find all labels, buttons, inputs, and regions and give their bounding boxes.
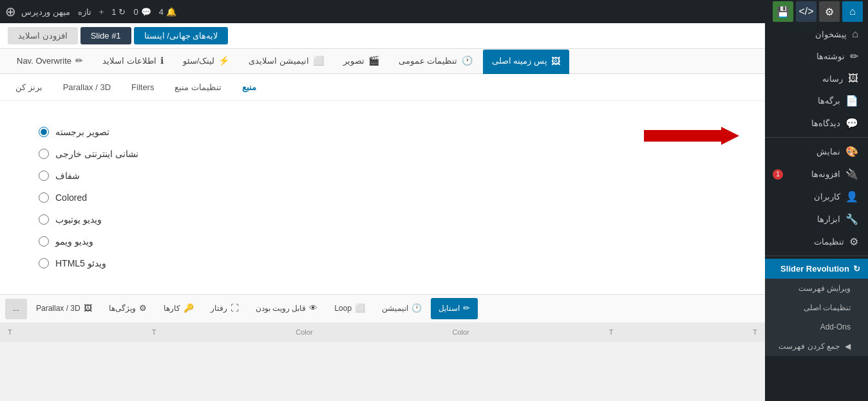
bottom-tab-behavior[interactable]: ⛶ رفتار xyxy=(203,298,247,319)
tiny-strip: T T Color Color T T xyxy=(0,322,765,342)
tools-icon: 🔧 xyxy=(845,213,858,225)
code-icon[interactable]: </> xyxy=(796,1,816,22)
home-icon[interactable]: ⌂ xyxy=(842,1,863,22)
posts-icon: ✏ xyxy=(850,50,858,62)
sidebar-item-media[interactable]: 🖼 رسانه xyxy=(765,68,868,89)
updates-notif[interactable]: 1 ↻ xyxy=(111,7,126,17)
actions-icon: 🔑 xyxy=(184,303,194,313)
sidebar-item-main-settings[interactable]: تنظیمات اصلی xyxy=(765,298,868,317)
sidebar-item-collapse[interactable]: ◀ جمع کردن فهرست xyxy=(765,337,868,356)
tab-slide-animation[interactable]: ⬜ انیمیشن اسلایدی xyxy=(240,49,333,73)
youtube-radio[interactable] xyxy=(39,214,49,225)
bottom-tab-animation[interactable]: 🕐 انیمیشن xyxy=(374,298,429,319)
inner-tab-source[interactable]: منبع xyxy=(234,79,264,95)
tab-slide-info[interactable]: ℹ اطلاعات اسلاید xyxy=(93,49,173,73)
revolution-label: Slider Revolution xyxy=(780,264,849,274)
settings-sidebar-icon: ⚙ xyxy=(849,236,858,248)
inner-tab-filters[interactable]: Filters xyxy=(124,79,162,95)
inner-tab-source-settings[interactable]: تنظیمات منبع xyxy=(167,79,229,95)
radio-option-html5[interactable]: ویدئو HTML5 xyxy=(39,258,106,268)
sidebar-item-posts[interactable]: ✏ نوشته‌ها xyxy=(765,45,868,68)
settings-icon[interactable]: ⚙ xyxy=(819,1,840,22)
wp-logo[interactable]: ⊕ xyxy=(5,4,16,19)
main-wrapper: ⌂ پیشخوان ✏ نوشته‌ها 🖼 رسانه 📄 برگه‌ها 💬… xyxy=(0,23,868,401)
addons-label: Add-Ons xyxy=(820,322,851,331)
transparent-label: شفاف xyxy=(55,171,80,181)
external-url-label: نشانی اینترنتی خارجی xyxy=(55,149,138,159)
updates-icon: ↻ xyxy=(118,7,126,17)
radio-option-vimeo[interactable]: ویدیو ویمو xyxy=(39,236,93,247)
inner-tab-burnish[interactable]: برنز کن xyxy=(8,79,50,95)
tab-slide-number[interactable]: Slide #1 xyxy=(80,27,131,44)
external-url-radio[interactable] xyxy=(39,149,49,159)
comments-notif[interactable]: 0 💬 xyxy=(133,7,151,17)
strip-label-2: T xyxy=(609,328,614,336)
tab-nav-overwrite[interactable]: ✏ Nav. Overwrite xyxy=(8,49,92,73)
tab-add-slide[interactable]: افزودن اسلاید xyxy=(8,27,78,44)
radio-option-external-url[interactable]: نشانی اینترنتی خارجی xyxy=(39,149,138,159)
bottom-tab-more[interactable]: ... xyxy=(5,299,27,319)
sidebar-item-settings[interactable]: ⚙ تنظیمات xyxy=(765,230,868,253)
sidebar-item-pages[interactable]: 📄 برگه‌ها xyxy=(765,89,868,112)
tab-link-seo[interactable]: ⚡ لینک/سئو xyxy=(174,49,239,73)
radio-option-featured-image[interactable]: تصویر برجسته xyxy=(39,127,109,137)
bottom-tab-parallax[interactable]: 🖼 Parallax / 3D xyxy=(28,298,100,319)
strip-label-3: Color xyxy=(452,328,469,336)
tab-general-settings[interactable]: 🕐 تنظیمات عمومی xyxy=(390,49,482,73)
admin-bar: ⌂ ⚙ </> 💾 میهن وردپرس تازه + 1 ↻ 0 💬 4 🔔… xyxy=(0,0,868,23)
sidebar-item-tools[interactable]: 🔧 ابزارها xyxy=(765,208,868,230)
site-name[interactable]: میهن وردپرس xyxy=(21,7,70,17)
save-icon[interactable]: 💾 xyxy=(773,1,793,22)
strip-label-6: T xyxy=(8,328,12,336)
collapse-icon: ◀ xyxy=(845,342,851,351)
bottom-tab-attributes[interactable]: ⚙ ویژگی‌ها xyxy=(101,298,155,319)
radio-option-colored[interactable]: Colored xyxy=(39,192,87,203)
bottom-tab-visibility[interactable]: 👁 قابل رویت بودن xyxy=(248,298,326,319)
users-icon: 👤 xyxy=(845,191,858,203)
sidebar-item-appearance[interactable]: 🎨 نمایش xyxy=(765,140,868,163)
sidebar-item-addons[interactable]: Add-Ons xyxy=(765,317,868,337)
bottom-tab-style[interactable]: ✏ استایل xyxy=(431,298,478,319)
html5-radio[interactable] xyxy=(39,258,49,268)
source-label: منبع xyxy=(242,82,256,92)
transparent-radio[interactable] xyxy=(39,171,49,181)
bottom-tab-actions[interactable]: 🔑 کارها xyxy=(156,298,202,319)
bottom-tab-loop[interactable]: ⬜ Loop xyxy=(326,298,373,319)
tab-main-bg[interactable]: 🖼 پس زمینه اصلی xyxy=(483,50,569,74)
colored-radio[interactable] xyxy=(39,192,49,203)
sidebar-item-users[interactable]: 👤 کاربران xyxy=(765,185,868,208)
inner-tabs: منبع تنظیمات منبع Filters Parallax / 3D … xyxy=(0,74,765,101)
plugins-icon: 🔌 xyxy=(845,168,858,180)
radio-option-transparent[interactable]: شفاف xyxy=(39,171,80,181)
slide-info-label: اطلاعات اسلاید xyxy=(102,56,156,66)
style-icon: ✏ xyxy=(463,303,470,313)
link-seo-label: لینک/سئو xyxy=(183,56,215,66)
sidebar-item-plugins[interactable]: 🔌 افزونه‌ها 1 xyxy=(765,163,868,185)
radio-option-youtube[interactable]: ویدیو یوتیوب xyxy=(39,214,102,225)
items-notif[interactable]: 4 🔔 xyxy=(159,7,176,17)
featured-image-radio[interactable] xyxy=(39,127,49,137)
sidebar-label-settings: تنظیمات xyxy=(814,237,844,247)
sidebar-revolution-header[interactable]: ↻ Slider Revolution xyxy=(765,259,868,279)
main-settings-label: تنظیمات اصلی xyxy=(804,303,851,312)
strip-label-1: T xyxy=(753,328,757,336)
admin-bar-right: میهن وردپرس تازه + 1 ↻ 0 💬 4 🔔 ⊕ xyxy=(5,4,176,19)
nav-overwrite-label: Nav. Overwrite xyxy=(17,56,71,66)
comments-sidebar-icon: 💬 xyxy=(845,117,858,129)
vimeo-radio[interactable] xyxy=(39,236,49,247)
sidebar-item-comments[interactable]: 💬 دیدگاه‌ها xyxy=(765,112,868,135)
inner-tab-parallax[interactable]: Parallax / 3D xyxy=(55,79,118,95)
tab-image[interactable]: 🎬 تصویر xyxy=(334,49,388,73)
parallax-bottom-label: Parallax / 3D xyxy=(36,304,80,313)
tab-global-layers[interactable]: لایه‌های جهانی/ اینستا xyxy=(134,27,229,44)
sidebar-label-posts: نوشته‌ها xyxy=(816,51,845,61)
visibility-label: قابل رویت بودن xyxy=(256,304,307,313)
animation-icon: 🕐 xyxy=(411,303,422,313)
sidebar-item-dashboard[interactable]: ⌂ پیشخوان xyxy=(765,23,868,45)
filters-label: Filters xyxy=(131,82,154,92)
items-icon: 🔔 xyxy=(166,7,176,17)
sidebar-item-edit-list[interactable]: ویرایش فهرست xyxy=(765,279,868,298)
edit-list-label: ویرایش فهرست xyxy=(798,284,851,293)
top-tabs: لایه‌های جهانی/ اینستا Slide #1 افزودن ا… xyxy=(0,23,765,49)
general-settings-icon: 🕐 xyxy=(462,55,473,66)
